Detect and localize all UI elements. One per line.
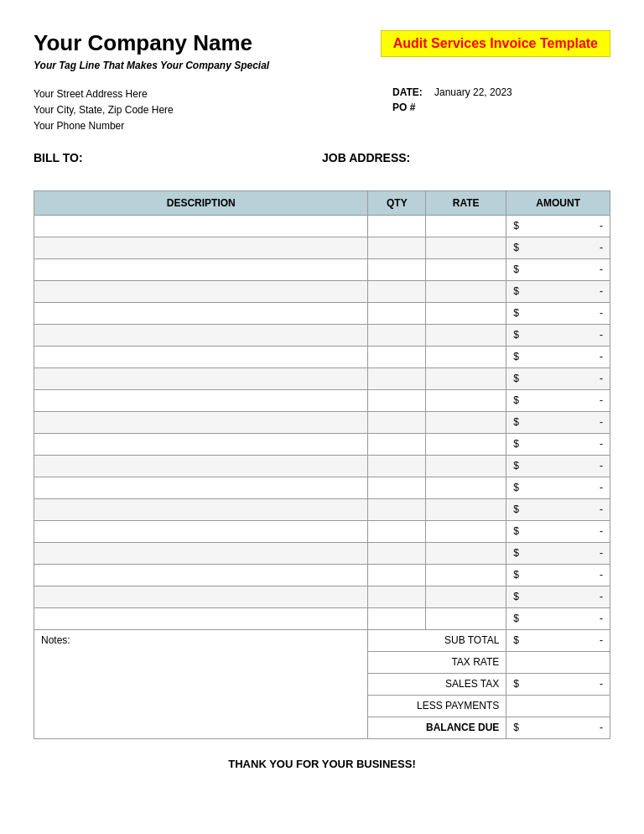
rate-cell <box>426 215 506 237</box>
table-row: $ - <box>34 237 610 258</box>
amount-value: - <box>600 307 603 319</box>
desc-cell <box>34 215 368 237</box>
qty-cell <box>368 367 426 389</box>
amount-value: - <box>600 263 603 275</box>
desc-cell <box>34 564 368 586</box>
subtotal-label: SUB TOTAL <box>368 629 506 651</box>
bill-job-row: BILL TO: JOB ADDRESS: <box>34 150 610 165</box>
amount-cell: $ - <box>506 302 610 324</box>
rate-cell <box>426 258 506 280</box>
less-payments-value <box>506 695 610 717</box>
qty-cell <box>368 389 426 411</box>
desc-cell <box>34 258 368 280</box>
dollar-sign: $ <box>513 525 519 537</box>
dollar-sign: $ <box>513 263 519 275</box>
table-row: $ - <box>34 477 610 498</box>
dollar-sign: $ <box>513 722 519 733</box>
rate-cell <box>426 302 506 324</box>
amount-value: - <box>600 438 603 450</box>
amount-value: - <box>600 329 603 341</box>
dollar-sign: $ <box>513 416 519 428</box>
dollar-sign: $ <box>513 351 519 362</box>
rate-cell <box>426 280 506 302</box>
rate-cell <box>426 607 506 629</box>
desc-cell <box>34 607 368 629</box>
table-header-row: DESCRIPTION QTY RATE AMOUNT <box>34 190 610 215</box>
dollar-sign: $ <box>513 612 519 624</box>
amount-value: - <box>600 242 603 253</box>
desc-cell <box>34 346 368 367</box>
amount-cell: $ - <box>506 498 610 520</box>
table-row: $ - <box>34 564 610 586</box>
table-row: $ - <box>34 520 610 542</box>
qty-cell <box>368 455 426 477</box>
qty-cell <box>368 215 426 237</box>
dollar-sign: $ <box>513 591 519 602</box>
address-line3: Your Phone Number <box>34 118 392 134</box>
amount-cell: $ - <box>506 324 610 346</box>
dollar-sign: $ <box>513 242 519 253</box>
amount-value: - <box>600 220 603 232</box>
notes-cell: Notes: <box>34 629 368 738</box>
address-date-row: Your Street Address Here Your City, Stat… <box>34 86 610 135</box>
qty-cell <box>368 564 426 586</box>
amount-value: - <box>600 482 603 493</box>
table-row: $ - <box>34 498 610 520</box>
rate-cell <box>426 346 506 367</box>
bill-to-section: BILL TO: <box>34 150 322 165</box>
rate-cell <box>426 564 506 586</box>
amount-cell: $ - <box>506 433 610 455</box>
rate-cell <box>426 542 506 564</box>
sales-tax-label: SALES TAX <box>368 673 506 695</box>
amount-cell: $ - <box>506 520 610 542</box>
desc-cell <box>34 433 368 455</box>
amount-value: - <box>600 351 603 362</box>
qty-cell <box>368 542 426 564</box>
tax-rate-value <box>506 651 610 673</box>
rate-cell <box>426 411 506 433</box>
amount-cell: $ - <box>506 389 610 411</box>
amount-cell: $ - <box>506 455 610 477</box>
date-po-section: DATE: January 22, 2023 PO # <box>392 86 610 135</box>
desc-cell <box>34 498 368 520</box>
table-row: $ - <box>34 346 610 367</box>
thank-you-text: THANK YOU FOR YOUR BUSINESS! <box>34 758 610 770</box>
subtotal-value: $ - <box>506 629 610 651</box>
desc-cell <box>34 367 368 389</box>
qty-cell <box>368 520 426 542</box>
dollar-sign: $ <box>513 220 519 232</box>
dollar-sign: $ <box>513 482 519 493</box>
dollar-sign: $ <box>513 678 519 690</box>
dollar-sign: $ <box>513 634 519 646</box>
desc-cell <box>34 324 368 346</box>
dollar-sign: $ <box>513 460 519 472</box>
rate-cell <box>426 433 506 455</box>
po-row: PO # <box>392 102 610 113</box>
table-row: $ - <box>34 455 610 477</box>
amount-cell: $ - <box>506 564 610 586</box>
amount-value: - <box>600 503 603 515</box>
dollar-sign: $ <box>513 307 519 319</box>
balance-due-label: BALANCE DUE <box>368 717 506 738</box>
header-rate: RATE <box>426 190 506 215</box>
less-payments-label: LESS PAYMENTS <box>368 695 506 717</box>
amount-cell: $ - <box>506 367 610 389</box>
rate-cell <box>426 237 506 258</box>
address-line2: Your City, State, Zip Code Here <box>34 102 392 118</box>
date-row: DATE: January 22, 2023 <box>392 86 610 98</box>
desc-cell <box>34 237 368 258</box>
amount-cell: $ - <box>506 258 610 280</box>
company-tagline: Your Tag Line That Makes Your Company Sp… <box>34 60 381 71</box>
table-row: $ - <box>34 586 610 607</box>
table-row: $ - <box>34 215 610 237</box>
bill-to-label: BILL TO: <box>34 151 83 164</box>
invoice-title-box: Audit Services Invoice Template <box>381 30 610 57</box>
address-line1: Your Street Address Here <box>34 86 392 102</box>
rate-cell <box>426 498 506 520</box>
amount-cell: $ - <box>506 607 610 629</box>
rate-cell <box>426 324 506 346</box>
desc-cell <box>34 302 368 324</box>
amount-cell: $ - <box>506 346 610 367</box>
dollar-sign: $ <box>513 503 519 515</box>
invoice-title: Audit Services Invoice Template <box>393 36 598 50</box>
